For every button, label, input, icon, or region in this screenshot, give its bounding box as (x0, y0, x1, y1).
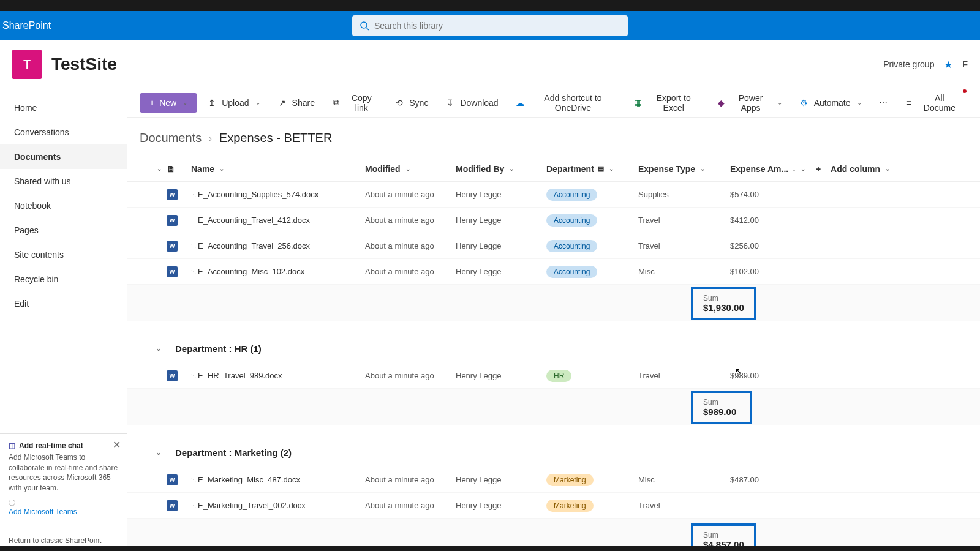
share-button[interactable]: ↗ Share (270, 93, 322, 113)
file-type-column[interactable]: 🗎 (167, 164, 191, 174)
group-total-row: Sum $989.00 (127, 389, 980, 425)
add-shortcut-button[interactable]: ☁ Add shortcut to OneDrive (508, 88, 624, 118)
modifiedby-cell[interactable]: Henry Legge (456, 371, 546, 380)
chevron-down-icon[interactable]: ⌄ (156, 344, 175, 353)
sidebar-item-documents[interactable]: Documents (0, 144, 127, 169)
power-apps-button[interactable]: ◆ Power Apps ⌄ (709, 88, 789, 118)
info-icon[interactable]: ⓘ (9, 499, 15, 506)
name-column-header[interactable]: Name⌄ (191, 164, 365, 174)
sync-button[interactable]: ⟲ Sync (387, 93, 435, 113)
site-logo[interactable]: T (12, 50, 42, 79)
modifiedby-cell[interactable]: Henry Legge (456, 190, 546, 199)
file-name[interactable]: ⋱E_HR_Travel_989.docx (191, 371, 365, 380)
expense-amount-cell: $989.00 (730, 371, 816, 380)
upload-button[interactable]: ↥ Upload ⌄ (200, 93, 267, 113)
export-excel-button[interactable]: ▦ Export to Excel (627, 88, 707, 118)
chevron-down-icon: ⌄ (609, 165, 614, 172)
chevron-down-icon: ⌄ (777, 99, 782, 106)
chevron-right-icon: › (209, 133, 212, 143)
table-row[interactable]: W⋱E_HR_Travel_989.docxAbout a minute ago… (127, 363, 980, 389)
chevron-down-icon: ⌄ (509, 165, 514, 172)
file-name[interactable]: ⋱E_Accounting_Misc_102.docx (191, 267, 365, 276)
sidebar-item-shared-with-us[interactable]: Shared with us (0, 169, 127, 193)
view-selector-button[interactable]: ≡ All Docume (897, 88, 968, 118)
file-icon: 🗎 (167, 164, 175, 174)
table-row[interactable]: W⋱E_Accounting_Travel_412.docxAbout a mi… (127, 208, 980, 233)
sum-label: Sum (703, 294, 744, 302)
list-view-icon: ≡ (905, 98, 914, 108)
left-navigation: HomeConversationsDocumentsShared with us… (0, 88, 127, 551)
sharepoint-header: SharePoint (0, 11, 980, 40)
modifiedby-column-header[interactable]: Modified By⌄ (456, 164, 546, 174)
chevron-down-icon: ⌄ (255, 99, 260, 106)
add-teams-link[interactable]: Add Microsoft Teams (9, 508, 77, 516)
add-column-button[interactable]: + Add column⌄ (816, 164, 902, 174)
expense-type-cell: Travel (638, 371, 730, 380)
copy-link-button[interactable]: ⧉ Copy link (325, 88, 385, 118)
plus-icon: + (816, 164, 821, 174)
command-bar: + New ⌄ ↥ Upload ⌄ ↗ Share ⧉ Copy link (127, 88, 980, 118)
sync-pending-icon: ⋱ (191, 243, 195, 249)
chevron-down-icon: ⌄ (405, 165, 410, 172)
sidebar-item-pages[interactable]: Pages (0, 218, 127, 242)
table-row[interactable]: W⋱E_Marketing_Travel_002.docxAbout a min… (127, 493, 980, 519)
department-tag: HR (546, 370, 571, 382)
sidebar-item-notebook[interactable]: Notebook (0, 193, 127, 218)
sidebar-item-home[interactable]: Home (0, 96, 127, 120)
expense-amount-column-header[interactable]: Expense Am...↓⌄ (730, 164, 816, 174)
modified-cell: About a minute ago (365, 501, 456, 510)
sidebar-item-edit[interactable]: Edit (0, 291, 127, 316)
department-tag: Accounting (546, 266, 597, 278)
modifiedby-cell[interactable]: Henry Legge (456, 501, 546, 510)
more-actions-button[interactable]: ⋯ (872, 93, 895, 113)
sidebar-item-recycle-bin[interactable]: Recycle bin (0, 267, 127, 291)
table-row[interactable]: W⋱E_Accounting_Misc_102.docxAbout a minu… (127, 259, 980, 285)
file-name[interactable]: ⋱E_Marketing_Misc_487.docx (191, 475, 365, 484)
search-input[interactable] (352, 15, 628, 36)
group-collapse-all[interactable]: ⌄ (140, 165, 167, 172)
department-cell: Accounting (546, 189, 638, 201)
file-name[interactable]: ⋱E_Accounting_Travel_412.docx (191, 216, 365, 225)
close-icon[interactable]: ✕ (113, 439, 121, 451)
new-button[interactable]: + New ⌄ (140, 93, 197, 113)
table-row[interactable]: W⋱E_Marketing_Misc_487.docxAbout a minut… (127, 467, 980, 493)
chevron-down-icon[interactable]: ⌄ (156, 448, 175, 457)
department-tag: Marketing (546, 474, 594, 486)
table-row[interactable]: W⋱E_Accounting_Travel_256.docxAbout a mi… (127, 233, 980, 259)
file-name[interactable]: ⋱E_Marketing_Travel_002.docx (191, 501, 365, 510)
department-tag: Accounting (546, 240, 597, 252)
download-button[interactable]: ↧ Download (438, 93, 505, 113)
modifiedby-cell[interactable]: Henry Legge (456, 267, 546, 276)
modifiedby-cell[interactable]: Henry Legge (456, 475, 546, 484)
document-table: ⌄ 🗎 Name⌄ Modified⌄ Modified By⌄ Departm… (127, 156, 980, 551)
modifiedby-cell[interactable]: Henry Legge (456, 216, 546, 225)
modifiedby-cell[interactable]: Henry Legge (456, 241, 546, 250)
group-header-hr[interactable]: ⌄ Department : HR (1) (127, 334, 980, 363)
breadcrumb-root[interactable]: Documents (140, 131, 202, 145)
chevron-down-icon: ⌄ (857, 99, 862, 106)
group-header-marketing[interactable]: ⌄ Department : Marketing (2) (127, 438, 980, 467)
sidebar-item-conversations[interactable]: Conversations (0, 120, 127, 144)
expense-amount-cell: $412.00 (730, 216, 816, 225)
file-name[interactable]: ⋱E_Accounting_Travel_256.docx (191, 241, 365, 250)
department-cell: HR (546, 370, 638, 382)
department-column-header[interactable]: Department▤⌄ (546, 164, 638, 174)
file-name[interactable]: ⋱E_Accounting_Supplies_574.docx (191, 190, 365, 199)
word-doc-icon: W (167, 189, 178, 200)
chevron-down-icon: ⌄ (700, 165, 705, 172)
department-cell: Accounting (546, 266, 638, 278)
expense-amount-cell: $574.00 (730, 190, 816, 199)
table-row[interactable]: W⋱E_Accounting_Supplies_574.docxAbout a … (127, 182, 980, 208)
modified-column-header[interactable]: Modified⌄ (365, 164, 456, 174)
site-title[interactable]: TestSite (51, 54, 117, 74)
follow-label-truncated[interactable]: F (962, 59, 968, 69)
automate-button[interactable]: ⚙ Automate ⌄ (792, 93, 869, 113)
sidebar-item-site-contents[interactable]: Site contents (0, 242, 127, 267)
sharepoint-logo[interactable]: SharePoint (0, 20, 51, 31)
expense-type-column-header[interactable]: Expense Type⌄ (638, 164, 730, 174)
modified-cell: About a minute ago (365, 216, 456, 225)
follow-star-icon[interactable]: ★ (944, 59, 952, 70)
chevron-down-icon: ⌄ (183, 99, 187, 106)
sum-box-accounting: Sum $1,930.00 (691, 287, 756, 320)
sync-pending-icon: ⋱ (191, 269, 195, 274)
